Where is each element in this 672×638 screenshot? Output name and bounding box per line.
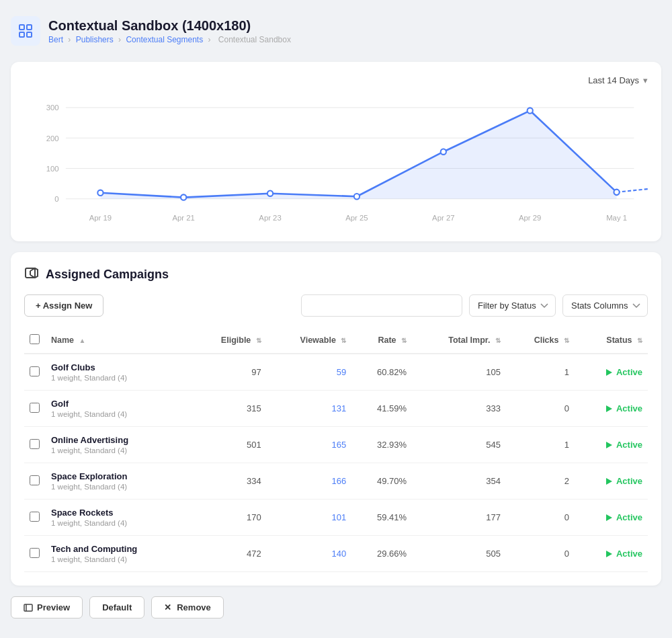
filter-by-status-select[interactable]: Filter by Status [469, 294, 556, 317]
row-checkbox-cell[interactable] [24, 427, 46, 463]
breadcrumb: Bert › Publishers › Contextual Segments … [48, 35, 294, 44]
play-icon [604, 477, 614, 486]
row-clicks: 0 [506, 500, 575, 536]
svg-marker-34 [606, 514, 612, 521]
row-rate: 32.93% [351, 427, 412, 463]
preview-button[interactable]: Preview [11, 596, 83, 619]
row-checkbox-cell[interactable] [24, 354, 46, 391]
row-checkbox[interactable] [30, 439, 40, 449]
campaign-name: Online Advertising [51, 435, 185, 445]
play-icon [604, 513, 614, 522]
svg-marker-31 [606, 405, 612, 412]
col-name[interactable]: Name ▲ [46, 327, 190, 354]
campaign-name: Tech and Computing [51, 544, 185, 554]
svg-marker-35 [606, 551, 612, 557]
col-rate[interactable]: Rate ⇅ [351, 327, 412, 354]
svg-text:0: 0 [54, 195, 58, 203]
row-status: Active [575, 536, 648, 572]
row-eligible: 97 [190, 354, 266, 391]
svg-text:Apr 27: Apr 27 [432, 214, 454, 222]
row-name-cell: Online Advertising 1 weight, Standard (4… [46, 427, 190, 463]
svg-text:Apr 23: Apr 23 [259, 214, 281, 222]
section-title: Assigned Campaigns [24, 266, 648, 284]
col-status[interactable]: Status ⇅ [575, 327, 648, 354]
svg-point-22 [181, 194, 186, 200]
row-eligible: 315 [190, 391, 266, 427]
row-checkbox[interactable] [30, 548, 40, 558]
app-icon [11, 16, 40, 46]
date-range-button[interactable]: Last 14 Days ▾ [588, 75, 648, 85]
table-row: Space Rockets 1 weight, Standard (4) 170… [24, 500, 648, 536]
status-label: Active [616, 367, 642, 377]
campaigns-icon [24, 266, 39, 284]
row-checkbox[interactable] [30, 475, 40, 485]
col-viewable[interactable]: Viewable ⇅ [267, 327, 352, 354]
select-all-header[interactable] [24, 327, 46, 354]
campaigns-table-wrapper: Name ▲ Eligible ⇅ Viewable ⇅ Rate ⇅ Tota [24, 327, 648, 572]
row-total-impr: 105 [412, 354, 506, 391]
table-row: Tech and Computing 1 weight, Standard (4… [24, 536, 648, 572]
svg-rect-36 [24, 604, 32, 611]
row-viewable: 131 [267, 391, 352, 427]
table-row: Space Exploration 1 weight, Standard (4)… [24, 463, 648, 500]
breadcrumb-bert[interactable]: Bert [48, 35, 63, 44]
svg-text:300: 300 [46, 104, 59, 112]
row-name-cell: Golf Clubs 1 weight, Standard (4) [46, 354, 190, 391]
default-button[interactable]: Default [89, 596, 144, 619]
row-checkbox[interactable] [30, 366, 40, 376]
select-all-checkbox[interactable] [30, 334, 40, 344]
row-clicks: 0 [506, 536, 575, 572]
campaigns-toolbar: + Assign New Filter by Status Stats Colu… [24, 294, 648, 317]
sort-icon-viewable: ⇅ [341, 337, 346, 344]
chevron-down-icon: ▾ [643, 75, 648, 85]
col-eligible[interactable]: Eligible ⇅ [190, 327, 266, 354]
row-checkbox-cell[interactable] [24, 463, 46, 500]
svg-marker-30 [606, 369, 612, 376]
row-viewable: 140 [267, 536, 352, 572]
play-icon [604, 404, 614, 413]
row-eligible: 501 [190, 427, 266, 463]
default-label: Default [102, 602, 132, 612]
chart-card: Last 14 Days ▾ 300 200 100 0 Apr 19 Apr … [11, 62, 661, 241]
row-checkbox[interactable] [30, 403, 40, 413]
row-status: Active [575, 500, 648, 536]
row-checkbox-cell[interactable] [24, 500, 46, 536]
play-icon [604, 549, 614, 559]
breadcrumb-contextual-segments[interactable]: Contextual Segments [126, 35, 203, 44]
table-header: Name ▲ Eligible ⇅ Viewable ⇅ Rate ⇅ Tota [24, 327, 648, 354]
search-input[interactable] [301, 294, 462, 317]
sort-icon-clicks: ⇅ [564, 337, 569, 344]
campaign-name: Golf Clubs [51, 362, 185, 372]
assign-new-button[interactable]: + Assign New [24, 294, 103, 317]
svg-rect-2 [19, 32, 24, 37]
campaigns-tbody: Golf Clubs 1 weight, Standard (4) 97 59 … [24, 354, 648, 572]
svg-text:Apr 29: Apr 29 [519, 214, 541, 222]
remove-button[interactable]: ✕ Remove [151, 596, 224, 619]
row-clicks: 0 [506, 391, 575, 427]
row-checkbox-cell[interactable] [24, 536, 46, 572]
row-checkbox-cell[interactable] [24, 391, 46, 427]
preview-label: Preview [37, 602, 70, 612]
sort-icon-status: ⇅ [637, 337, 642, 344]
row-status: Active [575, 463, 648, 500]
svg-point-25 [441, 149, 446, 154]
row-checkbox[interactable] [30, 512, 40, 522]
col-clicks[interactable]: Clicks ⇅ [506, 327, 575, 354]
sort-icon-total-impr: ⇅ [495, 337, 501, 344]
date-range-label: Last 14 Days [588, 75, 639, 85]
row-viewable: 166 [267, 463, 352, 500]
sort-icon-name: ▲ [79, 337, 86, 344]
row-viewable: 59 [267, 354, 352, 391]
row-rate: 29.66% [351, 536, 412, 572]
stats-columns-select[interactable]: Stats Columns [562, 294, 648, 317]
status-label: Active [616, 440, 642, 450]
preview-icon [24, 603, 33, 612]
row-name-cell: Space Exploration 1 weight, Standard (4) [46, 463, 190, 500]
x-icon: ✕ [164, 602, 171, 612]
row-rate: 60.82% [351, 354, 412, 391]
col-total-impr[interactable]: Total Impr. ⇅ [412, 327, 506, 354]
svg-text:200: 200 [46, 134, 59, 142]
breadcrumb-publishers[interactable]: Publishers [76, 35, 114, 44]
page-title: Contextual Sandbox (1400x180) [48, 18, 294, 34]
campaigns-card: Assigned Campaigns + Assign New Filter b… [11, 252, 661, 586]
